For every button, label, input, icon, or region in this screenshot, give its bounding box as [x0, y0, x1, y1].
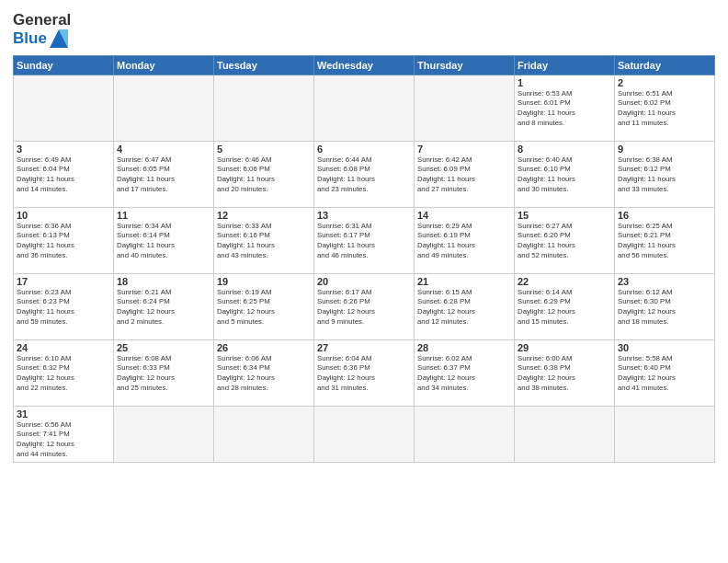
day-info: Sunrise: 6:31 AM Sunset: 6:17 PM Dayligh… [317, 222, 411, 262]
calendar-cell [314, 75, 415, 141]
day-number: 11 [117, 210, 210, 221]
calendar-cell: 15Sunrise: 6:27 AM Sunset: 6:20 PM Dayli… [515, 207, 615, 273]
day-info: Sunrise: 6:02 AM Sunset: 6:37 PM Dayligh… [417, 354, 511, 395]
calendar-cell: 18Sunrise: 6:21 AM Sunset: 6:24 PM Dayli… [114, 273, 214, 339]
day-number: 18 [117, 276, 210, 287]
calendar-cell: 1Sunrise: 6:53 AM Sunset: 6:01 PM Daylig… [515, 75, 615, 141]
calendar-cell: 7Sunrise: 6:42 AM Sunset: 6:09 PM Daylig… [415, 141, 515, 207]
day-number: 17 [17, 276, 110, 287]
calendar-week-row: 17Sunrise: 6:23 AM Sunset: 6:23 PM Dayli… [14, 273, 715, 339]
day-info: Sunrise: 5:58 AM Sunset: 6:40 PM Dayligh… [618, 354, 711, 395]
day-number: 28 [417, 342, 511, 353]
day-info: Sunrise: 6:06 AM Sunset: 6:34 PM Dayligh… [217, 354, 311, 395]
calendar-cell: 25Sunrise: 6:08 AM Sunset: 6:33 PM Dayli… [114, 339, 214, 406]
calendar-cell: 20Sunrise: 6:17 AM Sunset: 6:26 PM Dayli… [314, 273, 415, 339]
calendar-header-friday: Friday [515, 55, 615, 75]
day-info: Sunrise: 6:40 AM Sunset: 6:10 PM Dayligh… [518, 155, 611, 196]
day-number: 10 [17, 210, 110, 221]
day-number: 20 [317, 276, 411, 287]
calendar-cell: 29Sunrise: 6:00 AM Sunset: 6:38 PM Dayli… [515, 339, 615, 406]
calendar-cell: 13Sunrise: 6:31 AM Sunset: 6:17 PM Dayli… [314, 207, 415, 273]
calendar-cell: 21Sunrise: 6:15 AM Sunset: 6:28 PM Dayli… [415, 273, 515, 339]
calendar-cell [415, 75, 515, 141]
day-info: Sunrise: 6:10 AM Sunset: 6:32 PM Dayligh… [17, 354, 110, 395]
day-info: Sunrise: 6:49 AM Sunset: 6:04 PM Dayligh… [17, 155, 110, 196]
day-number: 5 [217, 144, 311, 155]
day-number: 21 [417, 276, 511, 287]
day-info: Sunrise: 6:38 AM Sunset: 6:12 PM Dayligh… [618, 155, 711, 196]
day-number: 1 [518, 77, 611, 88]
calendar-header-sunday: Sunday [14, 55, 114, 75]
day-info: Sunrise: 6:19 AM Sunset: 6:25 PM Dayligh… [217, 288, 311, 328]
day-info: Sunrise: 6:25 AM Sunset: 6:21 PM Dayligh… [618, 222, 711, 262]
day-number: 8 [518, 144, 611, 155]
day-number: 30 [618, 342, 711, 353]
calendar-cell: 26Sunrise: 6:06 AM Sunset: 6:34 PM Dayli… [214, 339, 314, 406]
day-info: Sunrise: 6:17 AM Sunset: 6:26 PM Dayligh… [317, 288, 411, 328]
calendar-cell: 30Sunrise: 5:58 AM Sunset: 6:40 PM Dayli… [615, 339, 715, 406]
day-number: 25 [117, 342, 210, 353]
calendar-cell: 3Sunrise: 6:49 AM Sunset: 6:04 PM Daylig… [14, 141, 114, 207]
logo: General Blue [13, 11, 71, 48]
day-number: 15 [518, 210, 611, 221]
day-info: Sunrise: 6:23 AM Sunset: 6:23 PM Dayligh… [17, 288, 110, 328]
calendar-week-row: 24Sunrise: 6:10 AM Sunset: 6:32 PM Dayli… [14, 339, 715, 406]
day-number: 6 [317, 144, 411, 155]
day-info: Sunrise: 6:46 AM Sunset: 6:06 PM Dayligh… [217, 155, 311, 196]
day-number: 16 [618, 210, 711, 221]
header: General Blue [13, 11, 715, 48]
day-number: 2 [618, 77, 711, 88]
calendar-cell: 23Sunrise: 6:12 AM Sunset: 6:30 PM Dayli… [615, 273, 715, 339]
calendar-week-row: 31Sunrise: 6:56 AM Sunset: 7:41 PM Dayli… [14, 406, 715, 463]
day-info: Sunrise: 6:44 AM Sunset: 6:08 PM Dayligh… [317, 155, 411, 196]
calendar-cell: 9Sunrise: 6:38 AM Sunset: 6:12 PM Daylig… [615, 141, 715, 207]
calendar-header-tuesday: Tuesday [214, 55, 314, 75]
calendar-cell [14, 75, 114, 141]
day-number: 22 [518, 276, 611, 287]
day-number: 14 [417, 210, 511, 221]
calendar-cell: 2Sunrise: 6:51 AM Sunset: 6:02 PM Daylig… [615, 75, 715, 141]
calendar-cell: 6Sunrise: 6:44 AM Sunset: 6:08 PM Daylig… [314, 141, 415, 207]
calendar-cell: 12Sunrise: 6:33 AM Sunset: 6:16 PM Dayli… [214, 207, 314, 273]
calendar-cell [615, 406, 715, 463]
calendar-cell [214, 406, 314, 463]
day-info: Sunrise: 6:33 AM Sunset: 6:16 PM Dayligh… [217, 222, 311, 262]
calendar-cell: 17Sunrise: 6:23 AM Sunset: 6:23 PM Dayli… [14, 273, 114, 339]
calendar-cell: 11Sunrise: 6:34 AM Sunset: 6:14 PM Dayli… [114, 207, 214, 273]
calendar-header-thursday: Thursday [415, 55, 515, 75]
calendar-header-saturday: Saturday [615, 55, 715, 75]
calendar-cell: 5Sunrise: 6:46 AM Sunset: 6:06 PM Daylig… [214, 141, 314, 207]
day-info: Sunrise: 6:08 AM Sunset: 6:33 PM Dayligh… [117, 354, 210, 395]
calendar-cell: 10Sunrise: 6:36 AM Sunset: 6:13 PM Dayli… [14, 207, 114, 273]
day-info: Sunrise: 6:34 AM Sunset: 6:14 PM Dayligh… [117, 222, 210, 262]
day-number: 31 [17, 408, 110, 419]
day-number: 7 [417, 144, 511, 155]
day-number: 19 [217, 276, 311, 287]
calendar-header-monday: Monday [114, 55, 214, 75]
day-info: Sunrise: 6:04 AM Sunset: 6:36 PM Dayligh… [317, 354, 411, 395]
calendar-cell: 4Sunrise: 6:47 AM Sunset: 6:05 PM Daylig… [114, 141, 214, 207]
calendar-week-row: 3Sunrise: 6:49 AM Sunset: 6:04 PM Daylig… [14, 141, 715, 207]
day-number: 9 [618, 144, 711, 155]
day-info: Sunrise: 6:51 AM Sunset: 6:02 PM Dayligh… [618, 89, 711, 130]
day-info: Sunrise: 6:56 AM Sunset: 7:41 PM Dayligh… [17, 420, 110, 461]
day-number: 12 [217, 210, 311, 221]
day-number: 13 [317, 210, 411, 221]
calendar-cell [415, 406, 515, 463]
calendar-cell: 28Sunrise: 6:02 AM Sunset: 6:37 PM Dayli… [415, 339, 515, 406]
calendar-week-row: 1Sunrise: 6:53 AM Sunset: 6:01 PM Daylig… [14, 75, 715, 141]
calendar-cell [114, 406, 214, 463]
day-info: Sunrise: 6:53 AM Sunset: 6:01 PM Dayligh… [518, 89, 611, 130]
day-number: 27 [317, 342, 411, 353]
day-info: Sunrise: 6:27 AM Sunset: 6:20 PM Dayligh… [518, 222, 611, 262]
calendar-cell: 16Sunrise: 6:25 AM Sunset: 6:21 PM Dayli… [615, 207, 715, 273]
calendar-week-row: 10Sunrise: 6:36 AM Sunset: 6:13 PM Dayli… [14, 207, 715, 273]
day-number: 24 [17, 342, 110, 353]
calendar-cell: 8Sunrise: 6:40 AM Sunset: 6:10 PM Daylig… [515, 141, 615, 207]
day-number: 23 [618, 276, 711, 287]
calendar-cell [214, 75, 314, 141]
day-info: Sunrise: 6:36 AM Sunset: 6:13 PM Dayligh… [17, 222, 110, 262]
logo-general: General [13, 11, 71, 29]
day-info: Sunrise: 6:29 AM Sunset: 6:19 PM Dayligh… [417, 222, 511, 262]
calendar-cell [515, 406, 615, 463]
